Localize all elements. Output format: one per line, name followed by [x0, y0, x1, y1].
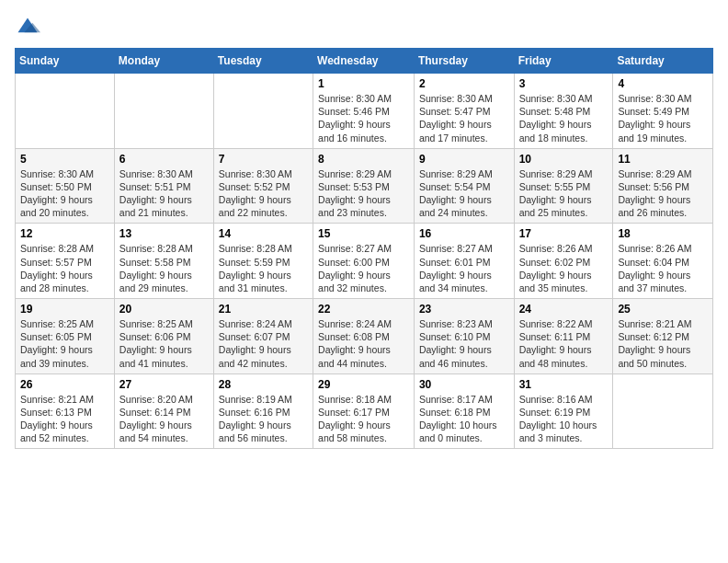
day-number: 24	[519, 303, 609, 316]
day-number: 3	[519, 77, 609, 90]
day-number: 2	[419, 77, 509, 90]
calendar-cell: 22Sunrise: 8:24 AMSunset: 6:08 PMDayligh…	[313, 299, 415, 374]
day-number: 25	[618, 303, 708, 316]
weekday-header-friday: Friday	[514, 49, 613, 74]
calendar-cell: 1Sunrise: 8:30 AMSunset: 5:46 PMDaylight…	[313, 74, 415, 149]
page-header	[15, 15, 713, 40]
day-info: Sunrise: 8:26 AMSunset: 6:02 PMDaylight:…	[519, 242, 609, 294]
day-number: 22	[318, 303, 409, 316]
calendar-cell: 27Sunrise: 8:20 AMSunset: 6:14 PMDayligh…	[114, 373, 213, 449]
calendar-week-3: 12Sunrise: 8:28 AMSunset: 5:57 PMDayligh…	[16, 224, 713, 299]
day-info: Sunrise: 8:22 AMSunset: 6:11 PMDaylight:…	[519, 317, 609, 370]
day-number: 11	[618, 153, 708, 166]
day-number: 21	[219, 303, 308, 316]
day-info: Sunrise: 8:27 AMSunset: 6:01 PMDaylight:…	[419, 242, 509, 294]
day-number: 6	[119, 153, 209, 166]
day-info: Sunrise: 8:24 AMSunset: 6:08 PMDaylight:…	[318, 317, 409, 370]
day-number: 27	[119, 378, 209, 391]
day-number: 13	[119, 227, 209, 240]
calendar-cell: 29Sunrise: 8:18 AMSunset: 6:17 PMDayligh…	[313, 373, 415, 449]
logo-icon	[15, 15, 40, 40]
calendar-week-5: 26Sunrise: 8:21 AMSunset: 6:13 PMDayligh…	[16, 373, 713, 449]
calendar-cell: 8Sunrise: 8:29 AMSunset: 5:53 PMDaylight…	[313, 148, 415, 224]
day-info: Sunrise: 8:17 AMSunset: 6:18 PMDaylight:…	[419, 393, 509, 445]
weekday-header-sunday: Sunday	[16, 49, 115, 74]
calendar-cell: 23Sunrise: 8:23 AMSunset: 6:10 PMDayligh…	[414, 299, 514, 374]
calendar-cell	[16, 74, 115, 149]
day-info: Sunrise: 8:23 AMSunset: 6:10 PMDaylight:…	[419, 317, 509, 370]
day-number: 14	[219, 227, 308, 240]
calendar-week-1: 1Sunrise: 8:30 AMSunset: 5:46 PMDaylight…	[16, 74, 713, 149]
weekday-header-row: SundayMondayTuesdayWednesdayThursdayFrid…	[16, 49, 713, 74]
logo	[15, 15, 44, 40]
day-number: 7	[219, 153, 308, 166]
calendar-cell: 11Sunrise: 8:29 AMSunset: 5:56 PMDayligh…	[613, 148, 713, 224]
calendar-cell	[114, 74, 213, 149]
day-number: 28	[219, 378, 308, 391]
day-number: 5	[20, 153, 109, 166]
calendar-cell: 9Sunrise: 8:29 AMSunset: 5:54 PMDaylight…	[414, 148, 514, 224]
calendar-cell: 10Sunrise: 8:29 AMSunset: 5:55 PMDayligh…	[514, 148, 613, 224]
day-number: 17	[519, 227, 609, 240]
day-info: Sunrise: 8:30 AMSunset: 5:52 PMDaylight:…	[219, 167, 308, 220]
calendar-cell: 2Sunrise: 8:30 AMSunset: 5:47 PMDaylight…	[414, 74, 514, 149]
calendar-cell: 28Sunrise: 8:19 AMSunset: 6:16 PMDayligh…	[213, 373, 313, 449]
calendar-cell: 19Sunrise: 8:25 AMSunset: 6:05 PMDayligh…	[16, 299, 115, 374]
day-number: 15	[318, 227, 409, 240]
day-info: Sunrise: 8:29 AMSunset: 5:53 PMDaylight:…	[318, 167, 409, 220]
day-info: Sunrise: 8:25 AMSunset: 6:05 PMDaylight:…	[20, 317, 109, 370]
day-info: Sunrise: 8:16 AMSunset: 6:19 PMDaylight:…	[519, 393, 609, 445]
calendar-cell: 3Sunrise: 8:30 AMSunset: 5:48 PMDaylight…	[514, 74, 613, 149]
day-info: Sunrise: 8:21 AMSunset: 6:12 PMDaylight:…	[618, 317, 708, 370]
day-info: Sunrise: 8:25 AMSunset: 6:06 PMDaylight:…	[119, 317, 209, 370]
calendar-cell: 7Sunrise: 8:30 AMSunset: 5:52 PMDaylight…	[213, 148, 313, 224]
calendar-header: SundayMondayTuesdayWednesdayThursdayFrid…	[16, 49, 713, 74]
day-number: 16	[419, 227, 509, 240]
day-number: 9	[419, 153, 509, 166]
day-info: Sunrise: 8:19 AMSunset: 6:16 PMDaylight:…	[219, 393, 308, 445]
day-number: 23	[419, 303, 509, 316]
calendar-cell: 12Sunrise: 8:28 AMSunset: 5:57 PMDayligh…	[16, 224, 115, 299]
day-number: 12	[20, 227, 109, 240]
calendar-cell: 4Sunrise: 8:30 AMSunset: 5:49 PMDaylight…	[613, 74, 713, 149]
day-number: 30	[419, 378, 509, 391]
calendar-cell	[613, 373, 713, 449]
calendar-cell: 31Sunrise: 8:16 AMSunset: 6:19 PMDayligh…	[514, 373, 613, 449]
day-info: Sunrise: 8:30 AMSunset: 5:48 PMDaylight:…	[519, 92, 609, 144]
calendar-cell: 17Sunrise: 8:26 AMSunset: 6:02 PMDayligh…	[514, 224, 613, 299]
calendar-cell: 21Sunrise: 8:24 AMSunset: 6:07 PMDayligh…	[213, 299, 313, 374]
day-number: 4	[618, 77, 708, 90]
day-info: Sunrise: 8:26 AMSunset: 6:04 PMDaylight:…	[618, 242, 708, 294]
day-info: Sunrise: 8:28 AMSunset: 5:57 PMDaylight:…	[20, 242, 109, 294]
weekday-header-wednesday: Wednesday	[313, 49, 415, 74]
day-info: Sunrise: 8:27 AMSunset: 6:00 PMDaylight:…	[318, 242, 409, 294]
day-number: 20	[119, 303, 209, 316]
calendar-cell: 15Sunrise: 8:27 AMSunset: 6:00 PMDayligh…	[313, 224, 415, 299]
day-number: 26	[20, 378, 109, 391]
day-info: Sunrise: 8:30 AMSunset: 5:46 PMDaylight:…	[318, 92, 409, 144]
calendar-cell: 6Sunrise: 8:30 AMSunset: 5:51 PMDaylight…	[114, 148, 213, 224]
calendar-cell: 18Sunrise: 8:26 AMSunset: 6:04 PMDayligh…	[613, 224, 713, 299]
calendar-cell: 20Sunrise: 8:25 AMSunset: 6:06 PMDayligh…	[114, 299, 213, 374]
calendar-table: SundayMondayTuesdayWednesdayThursdayFrid…	[15, 48, 713, 449]
calendar-cell: 13Sunrise: 8:28 AMSunset: 5:58 PMDayligh…	[114, 224, 213, 299]
calendar-cell: 24Sunrise: 8:22 AMSunset: 6:11 PMDayligh…	[514, 299, 613, 374]
day-info: Sunrise: 8:18 AMSunset: 6:17 PMDaylight:…	[318, 393, 409, 445]
day-number: 18	[618, 227, 708, 240]
day-info: Sunrise: 8:21 AMSunset: 6:13 PMDaylight:…	[20, 393, 109, 445]
weekday-header-monday: Monday	[114, 49, 213, 74]
day-number: 31	[519, 378, 609, 391]
calendar-cell: 14Sunrise: 8:28 AMSunset: 5:59 PMDayligh…	[213, 224, 313, 299]
day-number: 8	[318, 153, 409, 166]
calendar-week-2: 5Sunrise: 8:30 AMSunset: 5:50 PMDaylight…	[16, 148, 713, 224]
day-number: 29	[318, 378, 409, 391]
day-info: Sunrise: 8:29 AMSunset: 5:56 PMDaylight:…	[618, 167, 708, 220]
calendar-body: 1Sunrise: 8:30 AMSunset: 5:46 PMDaylight…	[16, 74, 713, 449]
day-info: Sunrise: 8:24 AMSunset: 6:07 PMDaylight:…	[219, 317, 308, 370]
day-number: 1	[318, 77, 409, 90]
day-info: Sunrise: 8:20 AMSunset: 6:14 PMDaylight:…	[119, 393, 209, 445]
day-info: Sunrise: 8:30 AMSunset: 5:47 PMDaylight:…	[419, 92, 509, 144]
calendar-cell: 26Sunrise: 8:21 AMSunset: 6:13 PMDayligh…	[16, 373, 115, 449]
calendar-cell: 30Sunrise: 8:17 AMSunset: 6:18 PMDayligh…	[414, 373, 514, 449]
day-info: Sunrise: 8:29 AMSunset: 5:55 PMDaylight:…	[519, 167, 609, 220]
